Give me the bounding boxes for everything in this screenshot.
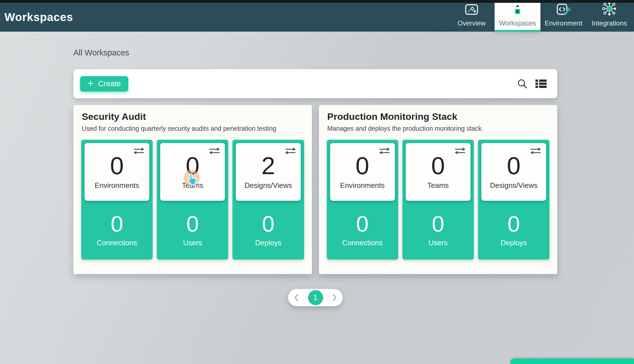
chevron-right-icon[interactable] xyxy=(332,293,337,302)
list-view-icon[interactable] xyxy=(535,79,547,88)
stat-label: Connections xyxy=(97,239,137,247)
tab-environment[interactable]: Environment xyxy=(540,3,586,32)
swap-icon[interactable] xyxy=(454,147,466,156)
stat-bottom-panel: 0 Connections xyxy=(327,201,398,260)
tab-environment-label: Environment xyxy=(545,19,582,27)
create-workspace-button[interactable]: + Create xyxy=(80,76,128,92)
stat-top-panel: 0 Designs/Views xyxy=(481,143,546,201)
stat-value: 0 xyxy=(507,154,521,178)
stat-value: 0 xyxy=(431,154,445,178)
workspace-title: Production Monitoring Stack xyxy=(327,111,550,122)
stat-bottom-panel: 0 Users xyxy=(402,201,474,260)
stat-bottom-panel: 0 Deploys xyxy=(478,201,549,260)
search-icon[interactable] xyxy=(517,78,528,89)
workspace-cards: Security Audit Used for conducting quart… xyxy=(73,105,557,274)
pagination: 1 xyxy=(288,289,343,306)
stat-bottom-panel: 0 Users xyxy=(157,201,228,260)
stat-value: 0 xyxy=(356,154,369,178)
toast-notification xyxy=(510,358,634,364)
stat-value: 0 xyxy=(262,213,275,235)
app-header: Workspaces Overview xyxy=(0,3,634,32)
tab-overview-label: Overview xyxy=(458,19,486,27)
stat-tile-environments[interactable]: 0 Environments 0 Connections xyxy=(81,140,153,260)
stat-label: Deploys xyxy=(255,239,281,247)
stat-tile-teams[interactable]: 0 Teams 0 Users xyxy=(157,140,228,260)
workspaces-page: Workspaces Overview xyxy=(0,0,634,364)
tab-integrations[interactable]: Integrations xyxy=(586,3,632,32)
overview-icon xyxy=(465,3,478,16)
workspace-card-production-monitoring: Production Monitoring Stack Manages and … xyxy=(319,105,558,274)
stat-value: 2 xyxy=(261,154,275,178)
swap-icon[interactable] xyxy=(530,147,542,156)
stat-top-panel: 0 Environments xyxy=(330,143,395,201)
stat-value: 0 xyxy=(110,154,124,178)
stat-tile-teams[interactable]: 0 Teams 0 Users xyxy=(402,140,474,260)
stat-top-panel: 0 Teams xyxy=(406,143,470,201)
stat-label: Connections xyxy=(342,239,383,247)
stat-label: Users xyxy=(428,239,447,247)
toolbar-icons xyxy=(517,78,547,89)
chevron-left-icon[interactable] xyxy=(294,293,299,302)
stat-value: 0 xyxy=(187,213,199,235)
create-button-label: Create xyxy=(98,80,121,88)
tab-integrations-label: Integrations xyxy=(592,19,627,27)
workspace-card-security-audit: Security Audit Used for conducting quart… xyxy=(73,105,312,274)
swap-icon[interactable] xyxy=(133,147,145,156)
swap-icon[interactable] xyxy=(285,147,296,156)
stat-label: Users xyxy=(183,239,202,247)
tab-overview[interactable]: Overview xyxy=(449,3,495,32)
stat-label: Designs/Views xyxy=(490,181,537,190)
stat-bottom-panel: 0 Connections xyxy=(81,201,153,260)
workspace-description: Manages and deploys the production monit… xyxy=(327,125,550,132)
page-heading: All Workspaces xyxy=(73,48,129,57)
swap-icon[interactable] xyxy=(209,147,220,156)
stat-tile-designs-views[interactable]: 2 Designs/Views 0 Deploys xyxy=(232,140,304,260)
workspaces-icon xyxy=(513,3,522,16)
workspace-description: Used for conducting quarterly security a… xyxy=(82,125,304,132)
stat-label: Environments xyxy=(340,181,385,190)
stat-tiles: 0 Environments 0 Connections xyxy=(327,140,550,260)
stat-label: Designs/Views xyxy=(244,181,292,190)
environment-icon xyxy=(556,3,571,16)
stat-tile-designs-views[interactable]: 0 Designs/Views 0 Deploys xyxy=(478,140,549,260)
stat-tile-environments[interactable]: 0 Environments 0 Connections xyxy=(327,140,398,260)
stat-label: Teams xyxy=(427,181,449,190)
window-top-edge xyxy=(0,0,634,3)
stat-value: 0 xyxy=(111,213,123,235)
stat-value: 0 xyxy=(432,213,444,235)
stat-top-panel: 2 Designs/Views xyxy=(236,143,300,201)
tab-workspaces[interactable]: Workspaces xyxy=(495,3,540,32)
tab-workspaces-label: Workspaces xyxy=(499,19,536,27)
workspace-title: Security Audit xyxy=(82,111,304,122)
page-title: Workspaces xyxy=(4,11,73,24)
stat-bottom-panel: 0 Deploys xyxy=(232,201,304,260)
workspaces-toolbar: + Create xyxy=(73,69,557,98)
current-page-button[interactable]: 1 xyxy=(308,290,323,305)
stat-value: 0 xyxy=(507,213,520,235)
swap-icon[interactable] xyxy=(379,147,390,156)
mouse-cursor xyxy=(187,172,198,187)
stat-tiles: 0 Environments 0 Connections xyxy=(81,140,304,260)
main-nav: Overview Workspaces xyxy=(449,3,632,32)
integrations-icon xyxy=(602,1,617,16)
plus-icon: + xyxy=(87,78,93,88)
stat-top-panel: 0 Environments xyxy=(85,143,149,201)
stat-label: Environments xyxy=(95,181,139,190)
stat-value: 0 xyxy=(356,213,369,235)
stat-label: Deploys xyxy=(500,239,527,247)
